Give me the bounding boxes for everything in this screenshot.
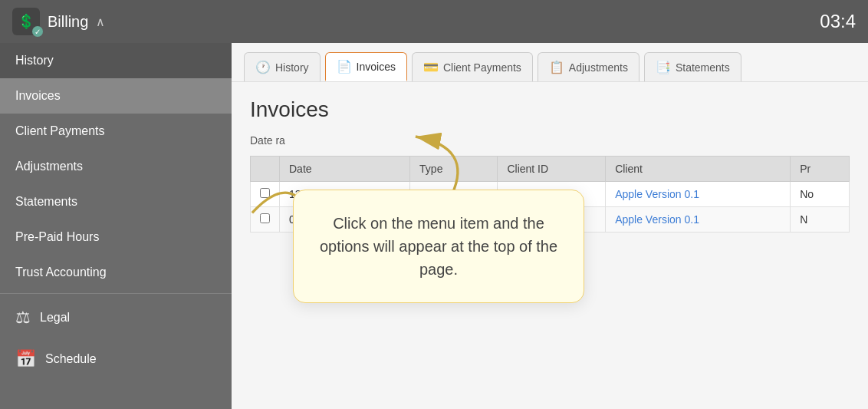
sidebar: History Invoices Client Payments Adjustm… [0,43,232,409]
col-header-date: Date [280,157,410,182]
col-header-checkbox [251,157,280,182]
sidebar-item-statements[interactable]: Statements [0,184,232,219]
sidebar-item-invoices[interactable]: Invoices [0,78,232,114]
tab-client-payments[interactable]: 💳 Client Payments [412,52,533,81]
sidebar-item-trust-accounting[interactable]: Trust Accounting [0,255,232,290]
header-time: 03:4 [820,11,856,32]
sidebar-item-history[interactable]: History [0,43,232,78]
billing-icon: 💲 [12,8,40,35]
legal-icon: ⚖ [15,308,31,328]
content-area: 🕐 History 📄 Invoices 💳 Client Payments 📋… [232,43,868,409]
filter-label: Date ra [250,134,285,147]
schedule-icon: 📅 [15,349,36,369]
adjustments-tab-icon: 📋 [549,60,564,74]
row1-client[interactable]: Apple Version 0.1 [606,182,791,207]
row1-checkbox[interactable] [251,182,280,207]
header-left: 💲 Billing ∧ [12,8,105,35]
sidebar-item-legal-label: Legal [40,311,70,325]
collapse-icon[interactable]: ∧ [96,15,105,29]
filter-row: Date ra [250,134,850,147]
header-title: Billing [48,13,88,31]
tooltip-text: Click on the menu item and the options w… [320,215,557,278]
row2-checkbox[interactable] [251,207,280,233]
page-title: Invoices [250,97,850,122]
tab-statements-label: Statements [676,61,730,74]
row1-pr: No [791,182,850,207]
sidebar-item-schedule[interactable]: 📅 Schedule [0,338,232,380]
sidebar-item-legal[interactable]: ⚖ Legal [0,297,232,338]
tab-invoices-label: Invoices [357,61,396,73]
main-layout: History Invoices Client Payments Adjustm… [0,43,868,409]
sidebar-item-adjustments[interactable]: Adjustments [0,149,232,184]
col-header-client-id: Client ID [498,157,606,182]
tab-history[interactable]: 🕐 History [244,52,321,81]
statements-tab-icon: 📑 [656,60,671,74]
tab-adjustments-label: Adjustments [569,61,628,74]
col-header-type: Type [410,157,498,182]
invoices-tab-icon: 📄 [337,59,352,74]
tab-invoices[interactable]: 📄 Invoices [325,52,407,81]
row2-client[interactable]: Apple Version 0.1 [606,207,791,233]
tab-statements[interactable]: 📑 Statements [644,52,741,81]
client-payments-tab-icon: 💳 [423,60,439,74]
header-bar: 💲 Billing ∧ 03:4 [0,0,868,43]
col-header-client: Client [606,157,791,182]
tab-client-payments-label: Client Payments [443,61,521,74]
history-tab-icon: 🕐 [255,60,271,74]
row2-pr: N [791,207,850,233]
sidebar-item-schedule-label: Schedule [45,352,97,366]
content-body: Invoices Date ra Date Type Client ID Cli… [232,82,868,409]
col-header-pr: Pr [791,157,850,182]
sidebar-divider [0,293,232,294]
tooltip-callout: Click on the menu item and the options w… [293,190,584,303]
tab-bar: 🕐 History 📄 Invoices 💳 Client Payments 📋… [232,43,868,82]
tab-history-label: History [275,61,309,74]
tab-adjustments[interactable]: 📋 Adjustments [538,52,639,81]
sidebar-item-prepaid-hours[interactable]: Pre-Paid Hours [0,219,232,255]
sidebar-item-client-payments[interactable]: Client Payments [0,114,232,149]
